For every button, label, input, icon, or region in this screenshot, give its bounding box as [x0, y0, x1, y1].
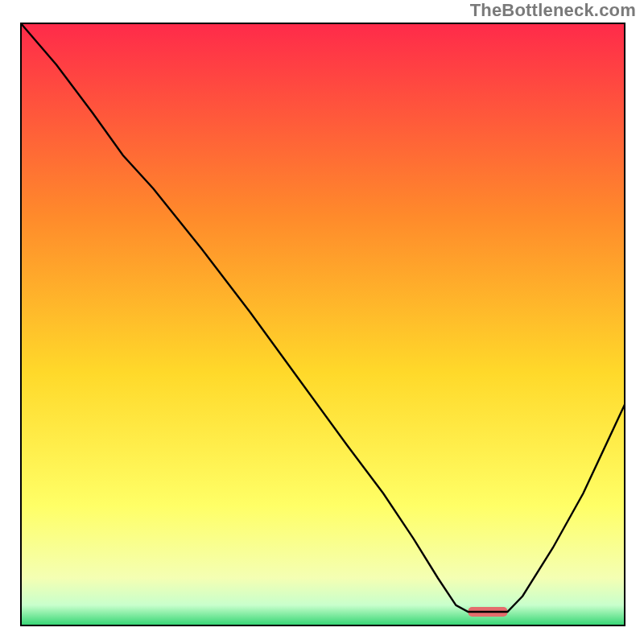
watermark-text: TheBottleneck.com	[470, 0, 636, 21]
plot-svg	[20, 23, 625, 626]
chart-frame: TheBottleneck.com	[0, 0, 644, 644]
plot-background	[20, 23, 625, 626]
